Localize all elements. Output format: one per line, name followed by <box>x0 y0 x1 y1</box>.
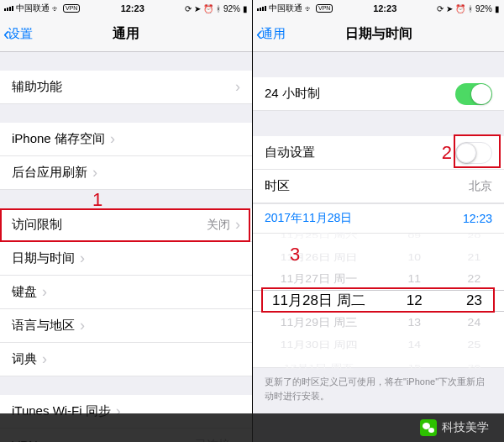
chevron-right-icon: › <box>42 350 47 368</box>
wechat-icon <box>420 419 437 436</box>
picker-col-minute[interactable]: 20 21 22 23 24 25 26 <box>444 234 504 367</box>
cell-label: 日期与时间 <box>12 250 75 266</box>
picker-selected-minute: 23 <box>466 290 482 312</box>
cell-label: 访问限制 <box>12 217 62 233</box>
chevron-right-icon: › <box>42 283 47 301</box>
cell-label: 24 小时制 <box>265 86 320 102</box>
location-icon: ➤ <box>194 4 201 13</box>
cell-date-time[interactable]: 日期与时间 › <box>0 242 252 276</box>
watermark-banner: 科技美学 <box>0 413 504 442</box>
cell-label: 辅助功能 <box>12 79 62 95</box>
cell-dictionary[interactable]: 词典 › <box>0 343 252 376</box>
cell-keyboard[interactable]: 键盘 › <box>0 276 252 309</box>
battery-pct: 92% <box>475 4 492 13</box>
chevron-right-icon: › <box>235 78 240 96</box>
status-time: 12:23 <box>121 3 144 13</box>
loading-icon: ⟳ <box>185 4 192 13</box>
bluetooth-icon: ᚼ <box>216 4 221 13</box>
nav-title: 通用 <box>0 25 252 43</box>
status-bar: 中国联通 ᯤ VPN 12:23 ⟳ ➤ ⏰ ᚼ 92% ▮ <box>0 0 252 17</box>
content-left[interactable]: 辅助功能 › iPhone 储存空间 › 后台应用刷新 › 访问限制 关闭 › … <box>0 52 252 442</box>
date-header-date: 2017年11月28日 <box>265 211 352 226</box>
alarm-icon: ⏰ <box>455 4 465 13</box>
carrier: 中国联通 <box>269 3 302 14</box>
wifi-icon: ᯤ <box>305 4 313 13</box>
cell-value: 北京 <box>469 179 492 194</box>
status-time: 12:23 <box>373 3 396 13</box>
toggle-auto-set[interactable] <box>455 142 492 164</box>
vpn-badge: VPN <box>316 4 333 13</box>
cell-label: 时区 <box>265 178 290 194</box>
nav-bar: ‹ 设置 通用 <box>0 17 252 52</box>
bluetooth-icon: ᚼ <box>468 4 473 13</box>
cell-24hour[interactable]: 24 小时制 <box>253 77 504 111</box>
chevron-right-icon: › <box>80 250 85 267</box>
nav-back-button[interactable]: ‹ 通用 <box>256 25 286 44</box>
cell-label: 自动设置 <box>265 145 315 160</box>
nav-back-label: 通用 <box>260 26 286 42</box>
date-header-time: 12:23 <box>463 212 492 225</box>
cell-label: 词典 <box>12 351 37 367</box>
picker-col-date[interactable]: 11月25日 周六 11月26日 周日 11月27日 周一 11月28日 周二 … <box>253 234 385 367</box>
cell-accessibility[interactable]: 辅助功能 › <box>0 71 252 104</box>
nav-back-button[interactable]: ‹ 设置 <box>3 25 33 44</box>
cell-language-region[interactable]: 语言与地区 › <box>0 309 252 343</box>
signal-icon <box>4 6 13 11</box>
battery-pct: 92% <box>223 4 240 13</box>
picker-selected-date: 11月28日 周二 <box>272 290 365 312</box>
picker-selected-hour: 12 <box>407 290 423 312</box>
cell-background-refresh[interactable]: 后台应用刷新 › <box>0 156 252 190</box>
phone-left: 中国联通 ᯤ VPN 12:23 ⟳ ➤ ⏰ ᚼ 92% ▮ ‹ 设置 通用 <box>0 0 252 442</box>
vpn-badge: VPN <box>63 4 80 13</box>
wifi-icon: ᯤ <box>52 4 60 13</box>
footer-note: 更新了的时区定义已可使用，将在"iPhone"下次重新启动时进行安装。 <box>253 368 504 409</box>
battery-icon: ▮ <box>495 4 500 13</box>
chevron-right-icon: › <box>92 164 97 182</box>
toggle-24hour[interactable] <box>455 83 492 105</box>
chevron-right-icon: › <box>235 216 240 234</box>
cell-restrictions[interactable]: 访问限制 关闭 › <box>0 208 252 242</box>
loading-icon: ⟳ <box>437 4 444 13</box>
cell-label: 后台应用刷新 <box>12 165 87 181</box>
content-right[interactable]: 24 小时制 自动设置 时区 北京 2017年11月28日 12:23 11月2… <box>253 52 504 442</box>
chevron-right-icon: › <box>80 317 85 334</box>
chevron-right-icon: › <box>110 130 115 148</box>
cell-storage[interactable]: iPhone 储存空间 › <box>0 123 252 156</box>
carrier: 中国联通 <box>16 3 50 14</box>
phone-right: 中国联通 ᯤ VPN 12:23 ⟳ ➤ ⏰ ᚼ 92% ▮ ‹ 通用 日期与时… <box>252 0 504 442</box>
cell-label: 键盘 <box>12 284 37 300</box>
picker-col-hour[interactable]: 09 10 11 12 13 14 15 <box>385 234 444 367</box>
status-bar: 中国联通 ᯤ VPN 12:23 ⟳ ➤ ⏰ ᚼ 92% ▮ <box>253 0 504 17</box>
alarm-icon: ⏰ <box>203 4 213 13</box>
battery-icon: ▮ <box>243 4 248 13</box>
nav-title: 日期与时间 <box>253 25 504 43</box>
cell-auto-set[interactable]: 自动设置 <box>253 136 504 170</box>
watermark-text: 科技美学 <box>442 420 489 435</box>
cell-value: 关闭 <box>207 218 230 233</box>
cell-label: 语言与地区 <box>12 318 75 334</box>
signal-icon <box>257 6 266 11</box>
location-icon: ➤ <box>446 4 453 13</box>
cell-timezone[interactable]: 时区 北京 <box>253 170 504 203</box>
nav-back-label: 设置 <box>8 26 33 42</box>
nav-bar: ‹ 通用 日期与时间 <box>253 17 504 52</box>
date-picker[interactable]: 11月25日 周六 11月26日 周日 11月27日 周一 11月28日 周二 … <box>253 234 504 368</box>
cell-label: iPhone 储存空间 <box>12 131 105 147</box>
